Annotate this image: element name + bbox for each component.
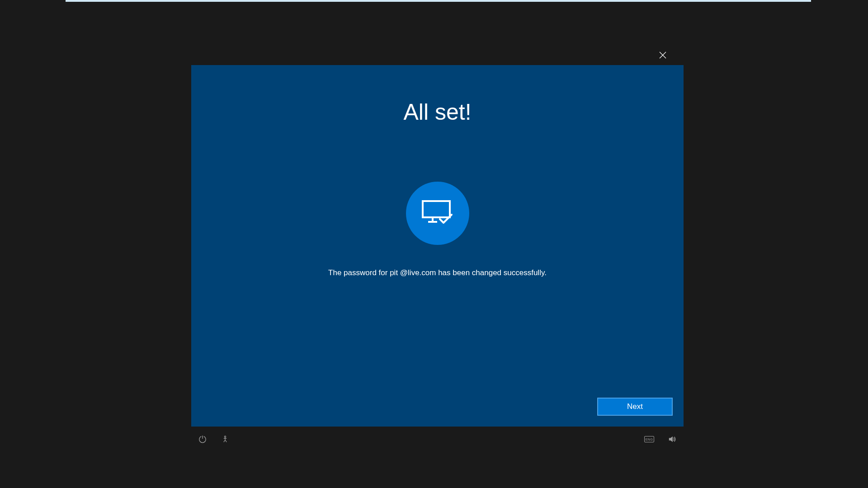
svg-point-6 xyxy=(224,436,226,437)
svg-marker-7 xyxy=(669,436,673,442)
monitor-check-icon xyxy=(422,200,453,227)
volume-icon[interactable] xyxy=(668,435,677,444)
next-button[interactable]: Next xyxy=(598,398,672,415)
close-button[interactable] xyxy=(656,49,670,63)
close-icon xyxy=(659,52,666,61)
confirmation-dialog: All set! The password for pit @live.com … xyxy=(191,65,684,427)
top-accent-bar xyxy=(66,0,811,2)
success-icon-circle xyxy=(406,182,469,245)
accessibility-icon[interactable] xyxy=(221,435,230,444)
confirmation-message: The password for pit @live.com has been … xyxy=(191,268,684,277)
dialog-title: All set! xyxy=(191,99,684,125)
bottom-toolbar: ENG xyxy=(191,430,684,448)
power-icon[interactable] xyxy=(198,435,207,444)
input-method-badge[interactable]: ENG xyxy=(644,436,654,442)
svg-rect-2 xyxy=(423,201,450,217)
